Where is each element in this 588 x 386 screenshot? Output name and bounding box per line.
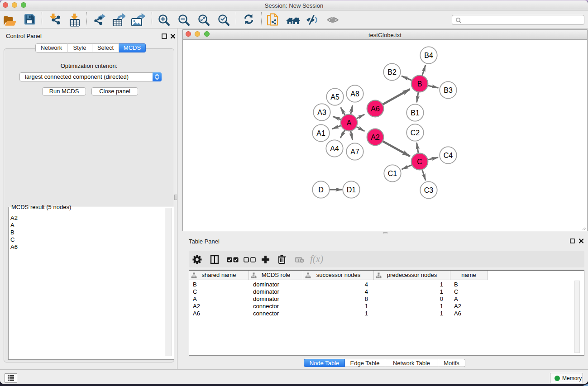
svg-text:B1: B1 — [411, 109, 420, 117]
svg-text:B4: B4 — [424, 52, 433, 59]
svg-text:A1: A1 — [316, 129, 325, 137]
svg-text:B2: B2 — [387, 68, 397, 76]
svg-text:A4: A4 — [330, 145, 339, 152]
svg-text:C: C — [417, 158, 422, 166]
svg-text:D1: D1 — [347, 186, 356, 194]
svg-text:D: D — [318, 186, 324, 194]
svg-text:A6: A6 — [371, 105, 380, 113]
svg-text:B: B — [417, 80, 422, 88]
svg-text:C4: C4 — [444, 152, 453, 159]
svg-text:A: A — [347, 119, 352, 127]
svg-text:C1: C1 — [388, 170, 397, 177]
svg-text:A5: A5 — [330, 93, 339, 101]
svg-text:A2: A2 — [371, 133, 380, 141]
svg-text:C3: C3 — [424, 186, 434, 194]
svg-text:B3: B3 — [444, 86, 453, 94]
svg-text:A8: A8 — [350, 90, 359, 98]
svg-text:C2: C2 — [411, 129, 420, 137]
svg-text:A7: A7 — [350, 148, 359, 156]
svg-text:A3: A3 — [317, 109, 326, 116]
